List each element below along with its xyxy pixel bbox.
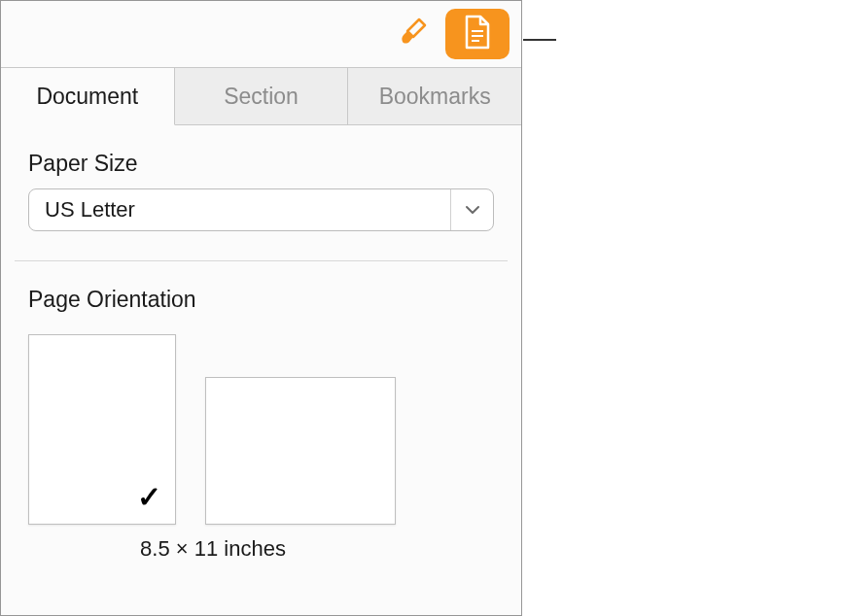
page-orientation-label: Page Orientation bbox=[28, 287, 494, 313]
divider bbox=[15, 260, 508, 261]
tab-section-label: Section bbox=[224, 84, 299, 110]
tab-document-label: Document bbox=[36, 84, 138, 110]
callout-line bbox=[523, 39, 556, 41]
toolbar bbox=[1, 1, 521, 67]
orientation-portrait[interactable]: ✓ bbox=[28, 334, 176, 525]
paintbrush-icon bbox=[398, 16, 431, 52]
tab-document[interactable]: Document bbox=[1, 68, 175, 125]
paper-size-select[interactable]: US Letter bbox=[28, 188, 494, 231]
orientation-landscape[interactable] bbox=[205, 377, 396, 525]
select-arrow bbox=[450, 189, 493, 230]
tab-bookmarks-label: Bookmarks bbox=[379, 84, 491, 110]
tab-section[interactable]: Section bbox=[175, 68, 349, 124]
paper-size-label: Paper Size bbox=[28, 151, 494, 177]
check-icon: ✓ bbox=[137, 480, 161, 514]
page-dimensions: 8.5 × 11 inches bbox=[28, 536, 398, 562]
tab-bar: Document Section Bookmarks bbox=[1, 67, 521, 125]
tab-bookmarks[interactable]: Bookmarks bbox=[348, 68, 521, 124]
paper-size-value: US Letter bbox=[29, 189, 450, 230]
orientation-options: ✓ bbox=[28, 334, 494, 525]
format-button[interactable] bbox=[397, 17, 432, 51]
document-icon bbox=[463, 15, 492, 53]
chevron-down-icon bbox=[465, 201, 480, 219]
inspector-panel: Document Section Bookmarks Paper Size US… bbox=[0, 0, 522, 616]
inspector-content: Paper Size US Letter Page Orientation ✓ … bbox=[1, 125, 521, 562]
document-inspector-button[interactable] bbox=[445, 9, 510, 59]
